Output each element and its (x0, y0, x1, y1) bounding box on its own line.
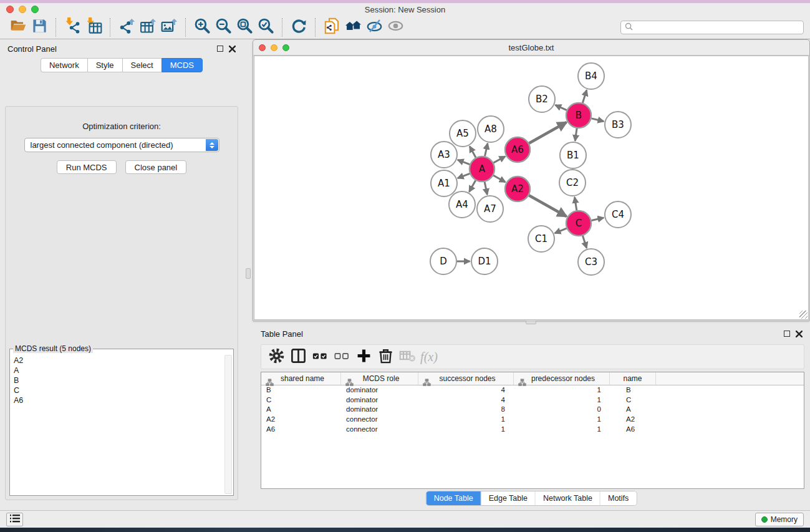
edge-B-B1[interactable] (575, 128, 577, 141)
duplicate-network-button[interactable] (321, 17, 342, 37)
search-input[interactable] (635, 22, 803, 33)
close-table-panel-icon[interactable] (796, 331, 803, 337)
task-history-button[interactable] (6, 513, 23, 526)
edge-B-B4[interactable] (582, 90, 587, 103)
tab-network-table[interactable]: Network Table (536, 491, 600, 505)
node-A5[interactable]: A5 (450, 120, 476, 147)
mcds-result-item[interactable]: B (11, 375, 224, 385)
unselect-all-columns-button[interactable] (332, 347, 351, 366)
close-panel-button[interactable]: Close panel (125, 160, 187, 174)
edge-C-C2[interactable] (575, 197, 577, 210)
table-row[interactable]: Bdominator41B (261, 385, 804, 395)
edge-A-A3[interactable] (458, 160, 470, 164)
tab-node-table[interactable]: Node Table (427, 491, 481, 505)
node-C4[interactable]: C4 (605, 201, 631, 228)
column-browser-button[interactable] (289, 347, 307, 366)
table-row[interactable]: Adominator80A (261, 405, 804, 415)
search-field[interactable] (620, 21, 804, 34)
node-C[interactable]: C (566, 211, 591, 236)
resize-grip-icon[interactable] (799, 311, 808, 319)
tab-select[interactable]: Select (122, 58, 162, 72)
visibility-button[interactable] (385, 17, 406, 37)
export-image-button[interactable] (158, 17, 180, 37)
tab-mcds[interactable]: MCDS (162, 58, 203, 72)
table-settings-button[interactable] (267, 347, 286, 366)
import-table-button[interactable] (83, 17, 104, 37)
node-A8[interactable]: A8 (478, 116, 504, 142)
mcds-result-item[interactable]: A2 (11, 355, 224, 365)
zoom-out-button[interactable] (213, 17, 234, 37)
node-C3[interactable]: C3 (578, 249, 604, 275)
node-A6[interactable]: A6 (505, 137, 530, 162)
edge-A-A5[interactable] (470, 147, 476, 158)
export-network-button[interactable] (116, 17, 137, 37)
float-table-panel-icon[interactable] (784, 331, 790, 337)
node-B4[interactable]: B4 (578, 63, 604, 89)
export-table-button[interactable] (137, 17, 158, 37)
node-D[interactable]: D (430, 248, 456, 274)
open-file-button[interactable] (7, 17, 29, 37)
import-network-button[interactable] (62, 17, 83, 37)
tab-style[interactable]: Style (87, 58, 122, 72)
node-A4[interactable]: A4 (449, 191, 475, 218)
edge-A-A7[interactable] (485, 182, 487, 195)
node-C2[interactable]: C2 (559, 170, 586, 196)
edge-A-A4[interactable] (470, 180, 476, 191)
node-A[interactable]: A (470, 157, 494, 181)
node-A7[interactable]: A7 (477, 196, 503, 222)
run-mcds-button[interactable]: Run MCDS (57, 160, 117, 174)
column-header-predecessor-nodes[interactable]: predecessor nodes (514, 372, 610, 385)
edge-A-A8[interactable] (485, 143, 487, 157)
select-all-columns-button[interactable] (311, 347, 329, 366)
node-B2[interactable]: B2 (529, 86, 555, 112)
column-header-name[interactable]: name (610, 372, 656, 385)
edge-B-B3[interactable] (591, 118, 604, 122)
edge-C-C3[interactable] (582, 236, 586, 248)
criterion-dropdown[interactable]: largest connected component (directed) (24, 138, 219, 152)
zoom-fit-button[interactable] (234, 17, 255, 37)
edge-C-C1[interactable] (555, 228, 567, 233)
node-A2[interactable]: A2 (505, 177, 530, 201)
mcds-result-item[interactable]: C (11, 385, 224, 395)
style-preview-button[interactable] (364, 17, 385, 37)
column-header-successor-nodes[interactable]: successor nodes (418, 372, 514, 385)
node-C1[interactable]: C1 (528, 226, 554, 252)
refresh-button[interactable] (288, 17, 309, 37)
node-A3[interactable]: A3 (431, 142, 457, 168)
column-header-shared-name[interactable]: shared name (261, 372, 341, 385)
node-B3[interactable]: B3 (605, 112, 631, 138)
float-panel-icon[interactable] (217, 46, 223, 52)
table-row[interactable]: Cdominator41C (261, 395, 804, 405)
save-session-button[interactable] (29, 17, 50, 37)
tab-motifs[interactable]: Motifs (600, 491, 636, 505)
node-D1[interactable]: D1 (471, 248, 498, 274)
node-A1[interactable]: A1 (431, 170, 457, 196)
vertical-split-handle[interactable] (246, 268, 251, 279)
home-button[interactable] (342, 17, 364, 37)
tab-network[interactable]: Network (41, 58, 87, 72)
column-header-MCDS-role[interactable]: MCDS role (341, 372, 418, 385)
edge-B-B2[interactable] (556, 105, 567, 110)
delete-column-button[interactable] (376, 347, 395, 366)
mcds-result-scrollbar[interactable] (224, 355, 232, 494)
edge-A-A2[interactable] (493, 175, 505, 182)
mcds-result-item[interactable]: A6 (11, 395, 224, 405)
network-window-titlebar[interactable]: testGlobe.txt (253, 40, 809, 56)
mcds-result-item[interactable]: A (11, 365, 224, 375)
edge-A6-B[interactable] (529, 122, 566, 143)
edge-C-C4[interactable] (591, 218, 604, 220)
close-panel-icon[interactable] (229, 46, 236, 52)
table-row[interactable]: A6connector11A6 (261, 425, 804, 435)
edge-A-A1[interactable] (458, 173, 470, 178)
zoom-selected-button[interactable] (255, 17, 276, 37)
network-canvas[interactable]: B4B2BB3A5A8A6A3AB1A1C2A2A4A7CC4C1C3DD1 (254, 56, 809, 320)
add-column-button[interactable] (354, 347, 373, 366)
network-graph[interactable]: B4B2BB3A5A8A6A3AB1A1C2A2A4A7CC4C1C3DD1 (254, 56, 809, 320)
table-row[interactable]: A2connector11A2 (261, 415, 804, 425)
zoom-in-button[interactable] (191, 17, 213, 37)
node-B[interactable]: B (566, 103, 591, 128)
tab-edge-table[interactable]: Edge Table (481, 491, 536, 505)
memory-button[interactable]: Memory (755, 513, 804, 526)
edge-A2-C[interactable] (529, 195, 566, 216)
edge-A-A6[interactable] (493, 157, 505, 163)
